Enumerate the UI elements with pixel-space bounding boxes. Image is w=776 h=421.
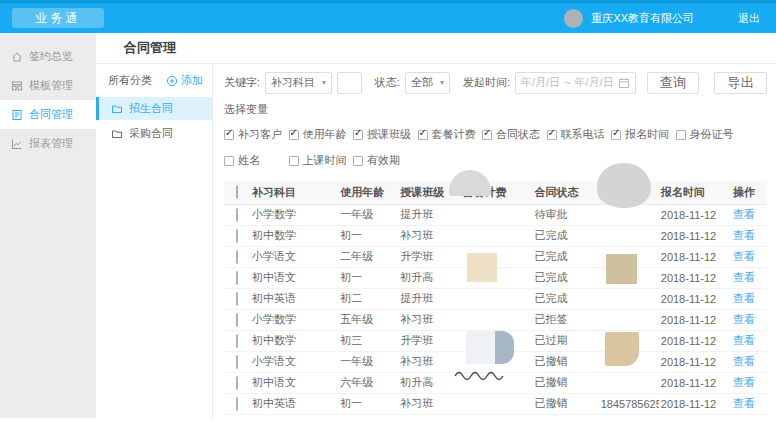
table-row: 小学数学一年级提升班待审批2018-11-12查看 bbox=[224, 204, 767, 225]
category-item-0[interactable]: 招生合同 bbox=[96, 97, 212, 120]
column-header: 操作 bbox=[731, 181, 767, 204]
cell-status: 已完成 bbox=[533, 288, 599, 309]
table-row: 初中数学初三升学班已过期2018-11-12查看 bbox=[224, 330, 767, 351]
sidebar-item-home[interactable]: 签约总览 bbox=[0, 42, 96, 71]
caret-down-icon: ▾ bbox=[322, 78, 326, 87]
query-button[interactable]: 查询 bbox=[647, 72, 700, 94]
view-link[interactable]: 查看 bbox=[733, 376, 755, 388]
variable-checkbox[interactable] bbox=[224, 156, 234, 166]
row-checkbox[interactable] bbox=[236, 355, 238, 369]
view-link[interactable]: 查看 bbox=[733, 355, 755, 367]
sidebar-item-label: 报表管理 bbox=[29, 136, 73, 151]
table-row: 初中英语初一补习班已撤销184578562542018-11-12查看 bbox=[224, 393, 767, 414]
variable-checkbox[interactable] bbox=[353, 156, 363, 166]
cell-class-type: 初升高 bbox=[398, 372, 460, 393]
view-link[interactable]: 查看 bbox=[733, 397, 755, 409]
cell-age: 初二 bbox=[338, 288, 398, 309]
view-link[interactable]: 查看 bbox=[733, 334, 755, 346]
row-checkbox[interactable] bbox=[236, 292, 238, 306]
cell-phone bbox=[599, 204, 659, 225]
keyword-input[interactable] bbox=[343, 77, 356, 89]
row-checkbox[interactable] bbox=[236, 334, 238, 348]
cell-subject: 小学语文 bbox=[250, 246, 338, 267]
cell-age: 二年级 bbox=[338, 246, 398, 267]
view-link[interactable]: 查看 bbox=[733, 229, 755, 241]
table-row: 初中数学初一补习班已完成2018-11-12查看 bbox=[224, 225, 767, 246]
variable-option-row1-0[interactable]: 补习客户 bbox=[224, 127, 289, 142]
add-category-button[interactable]: 添加 bbox=[166, 73, 203, 88]
variable-checkbox[interactable] bbox=[547, 130, 557, 140]
category-panel: 所有分类 添加 招生合同采购合同 bbox=[96, 64, 213, 418]
user-avatar[interactable] bbox=[564, 9, 583, 28]
row-checkbox[interactable] bbox=[236, 271, 238, 285]
column-header: 联系电话 bbox=[599, 181, 659, 204]
cell-package bbox=[460, 267, 532, 288]
export-button[interactable]: 导出 bbox=[714, 72, 767, 94]
row-checkbox[interactable] bbox=[236, 376, 238, 390]
date-label: 发起时间: bbox=[463, 75, 510, 90]
cell-checkbox bbox=[224, 225, 250, 246]
status-label: 状态: bbox=[375, 75, 400, 90]
variable-option-row1-6[interactable]: 报名时间 bbox=[611, 127, 676, 142]
view-link[interactable]: 查看 bbox=[733, 292, 755, 304]
sidebar-item-label: 模板管理 bbox=[29, 78, 73, 93]
sidebar-item-template[interactable]: 模板管理 bbox=[0, 71, 96, 100]
cell-status: 待审批 bbox=[533, 204, 599, 225]
category-panel-title: 所有分类 bbox=[108, 73, 152, 88]
variable-option-row1-4[interactable]: 合同状态 bbox=[482, 127, 547, 142]
variable-label: 报名时间 bbox=[625, 127, 669, 142]
cell-phone bbox=[599, 246, 659, 267]
cell-package bbox=[460, 372, 532, 393]
cell-action: 查看 bbox=[731, 372, 767, 393]
keyword-type-select[interactable]: 补习科目 ▾ bbox=[265, 72, 332, 94]
cell-status: 已完成 bbox=[533, 267, 599, 288]
cell-age: 五年级 bbox=[338, 309, 398, 330]
view-link[interactable]: 查看 bbox=[733, 313, 755, 325]
column-header: 补习科目 bbox=[250, 181, 338, 204]
cell-date: 2018-11-12 bbox=[659, 372, 731, 393]
app-logo[interactable]: 业务通 bbox=[12, 8, 104, 28]
variable-checkbox[interactable] bbox=[676, 130, 686, 140]
cell-class-type: 提升班 bbox=[398, 288, 460, 309]
select-all-checkbox[interactable] bbox=[236, 185, 238, 199]
row-checkbox[interactable] bbox=[236, 250, 238, 264]
sidebar-item-contract[interactable]: 合同管理 bbox=[0, 100, 96, 129]
variable-option-row2-1[interactable]: 上课时间 bbox=[289, 153, 354, 168]
variable-checkbox[interactable] bbox=[289, 130, 299, 140]
variable-checkbox[interactable] bbox=[289, 156, 299, 166]
table-row: 小学语文一年级补习班已撤销2018-11-12查看 bbox=[224, 351, 767, 372]
filter-bar: 关键字: 补习科目 ▾ 状态: 全部 ▾ 发起时间: bbox=[224, 64, 767, 101]
variable-checkbox[interactable] bbox=[224, 130, 234, 140]
variable-checkbox[interactable] bbox=[611, 130, 621, 140]
row-checkbox[interactable] bbox=[236, 397, 238, 411]
variable-option-row2-0[interactable]: 姓名 bbox=[224, 153, 289, 168]
variable-option-row1-1[interactable]: 使用年龄 bbox=[289, 127, 354, 142]
row-checkbox[interactable] bbox=[236, 229, 238, 243]
sidebar-item-report[interactable]: 报表管理 bbox=[0, 129, 96, 158]
variable-checkbox[interactable] bbox=[418, 130, 428, 140]
view-link[interactable]: 查看 bbox=[733, 208, 755, 220]
variable-label: 使用年龄 bbox=[303, 127, 347, 142]
cell-subject: 初中数学 bbox=[250, 330, 338, 351]
status-value: 全部 bbox=[411, 75, 433, 90]
date-range-picker[interactable]: 年/月/日 ~ 年/月/日 bbox=[515, 72, 636, 94]
logout-link[interactable]: 退出 bbox=[738, 11, 760, 26]
row-checkbox[interactable] bbox=[236, 208, 238, 222]
variable-option-row1-2[interactable]: 授课班级 bbox=[353, 127, 418, 142]
variable-option-row1-5[interactable]: 联系电话 bbox=[547, 127, 612, 142]
variable-checkbox[interactable] bbox=[482, 130, 492, 140]
variable-option-row2-2[interactable]: 有效期 bbox=[353, 153, 418, 168]
variable-option-row1-7[interactable]: 身份证号 bbox=[676, 127, 741, 142]
category-item-1[interactable]: 采购合同 bbox=[96, 122, 212, 145]
variable-option-row1-3[interactable]: 套餐计费 bbox=[418, 127, 483, 142]
row-checkbox[interactable] bbox=[236, 313, 238, 327]
cell-class-type: 初升高 bbox=[398, 267, 460, 288]
view-link[interactable]: 查看 bbox=[733, 250, 755, 262]
view-link[interactable]: 查看 bbox=[733, 271, 755, 283]
status-select[interactable]: 全部 ▾ bbox=[405, 72, 450, 94]
cell-subject: 初中英语 bbox=[250, 393, 338, 414]
variable-checkbox[interactable] bbox=[353, 130, 363, 140]
cell-date: 2018-11-12 bbox=[659, 246, 731, 267]
variable-label: 补习客户 bbox=[238, 127, 282, 142]
cell-date: 2018-11-12 bbox=[659, 225, 731, 246]
